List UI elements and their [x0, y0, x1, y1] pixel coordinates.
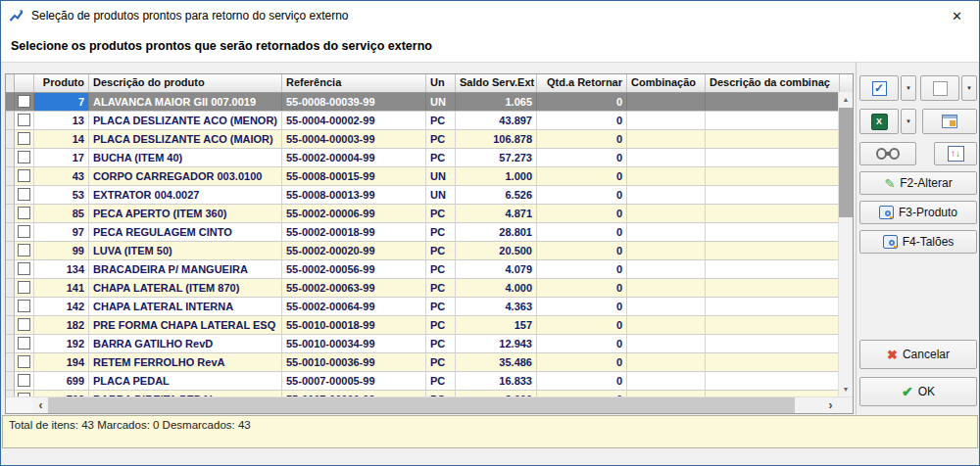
table-row[interactable]: 53EXTRATOR 004.002755-0008-00013-99UN6.5…: [6, 186, 853, 205]
scroll-down-button[interactable]: ▼: [839, 382, 853, 396]
cell-qtd: 0: [537, 149, 627, 166]
scroll-left-icon: ‹: [39, 398, 43, 412]
row-checkbox[interactable]: [18, 355, 30, 368]
scroll-left-button[interactable]: ‹: [33, 397, 48, 413]
column-header[interactable]: Produto: [34, 74, 89, 92]
ok-icon: ✔: [902, 385, 913, 398]
horizontal-scrollbar[interactable]: ‹ ›: [6, 396, 853, 413]
cell-descricao: CHAPA LATERAL INTERNA: [89, 298, 282, 315]
table-row[interactable]: 699PLACA PEDAL55-0007-00005-99PC16.8330: [6, 372, 853, 391]
hscroll-spacer: [6, 397, 33, 413]
table-row[interactable]: 134BRACADEIRA P/ MANGUEIRA55-0002-00056-…: [6, 260, 853, 279]
table-row[interactable]: 194RETEM FERROLHO RevA55-0010-00036-99PC…: [6, 353, 853, 372]
cell-descricao: EXTRATOR 004.0027: [89, 186, 282, 204]
cell-combinacao: [627, 93, 706, 111]
row-checkbox[interactable]: [18, 337, 30, 350]
cell-produto: 53: [34, 186, 89, 204]
table-row[interactable]: 14PLACA DESLIZANTE ACO (MAIOR)55-0004-00…: [6, 130, 853, 149]
cell-descricao_combinacao: [706, 186, 840, 204]
column-header[interactable]: Combinação: [627, 74, 706, 92]
cell-descricao: LUVA (ITEM 50): [89, 242, 282, 259]
search-button[interactable]: [859, 142, 916, 165]
pencil-icon: ✎: [884, 177, 895, 190]
ok-button[interactable]: ✔ OK: [859, 377, 977, 406]
row-checkbox[interactable]: [18, 318, 30, 331]
cell-produto: 99: [34, 242, 89, 259]
row-checkbox[interactable]: [18, 225, 30, 238]
row-checkbox[interactable]: [18, 188, 30, 201]
cell-saldo: 106.878: [456, 130, 537, 148]
uncheck-all-dropdown[interactable]: ▼: [961, 75, 977, 101]
cell-qtd: 0: [537, 223, 627, 241]
table-row[interactable]: 142CHAPA LATERAL INTERNA55-0002-00064-99…: [6, 298, 853, 316]
scroll-right-button[interactable]: ›: [823, 397, 838, 413]
column-header[interactable]: Descrição do produto: [89, 74, 282, 92]
row-checkbox[interactable]: [18, 300, 30, 312]
table-row[interactable]: 17BUCHA (ITEM 40)55-0002-00004-99PC57.27…: [6, 149, 853, 167]
column-header[interactable]: Referência: [282, 74, 426, 92]
check-all-button[interactable]: ✓: [859, 75, 899, 101]
cancel-button[interactable]: ✖ Cancelar: [859, 340, 977, 369]
table-row[interactable]: 7ALAVANCA MAIOR GII 007.001955-0008-0003…: [6, 93, 853, 112]
table-row[interactable]: 192BARRA GATILHO RevD55-0010-00034-99PC1…: [6, 335, 853, 353]
scroll-up-button[interactable]: ▲: [839, 92, 853, 107]
row-checkbox[interactable]: [18, 169, 30, 182]
cell-referencia: 55-0010-00036-99: [282, 353, 426, 371]
column-header[interactable]: Descrição da combinaç: [706, 74, 840, 92]
sort-button[interactable]: ↑↓: [934, 142, 977, 165]
hscroll-track[interactable]: [795, 397, 823, 413]
vertical-scrollbar[interactable]: ▲ ▼: [838, 92, 853, 396]
table-row[interactable]: 85PECA APERTO (ITEM 360)55-0002-00006-99…: [6, 205, 853, 223]
cell-indicator: [6, 279, 15, 297]
dropdown-icon: ▼: [966, 85, 972, 91]
row-checkbox[interactable]: [18, 151, 30, 163]
f3-produto-button[interactable]: F3-Produto: [859, 201, 977, 224]
f4-taloes-button[interactable]: F4-Talões: [859, 230, 977, 254]
row-checkbox[interactable]: [18, 132, 30, 145]
table-row[interactable]: 182PRE FORMA CHAPA LATERAL ESQ55-0010-00…: [6, 316, 853, 335]
cell-descricao_combinacao: [706, 279, 840, 297]
check-all-dropdown[interactable]: ▼: [901, 75, 916, 101]
row-checkbox[interactable]: [18, 281, 30, 294]
column-header[interactable]: [6, 74, 15, 92]
cell-saldo: 4.000: [456, 279, 537, 297]
row-checkbox[interactable]: [18, 262, 30, 275]
table-row[interactable]: 99LUVA (ITEM 50)55-0002-00020-99PC20.500…: [6, 242, 853, 260]
column-select-button[interactable]: [922, 109, 977, 134]
cell-combinacao: [627, 298, 706, 315]
column-header[interactable]: Un: [426, 74, 456, 92]
row-checkbox[interactable]: [18, 374, 30, 387]
horizontal-scroll-thumb[interactable]: [48, 397, 795, 413]
panel-divider: [856, 62, 857, 414]
column-header[interactable]: Qtd.a Retornar: [537, 74, 627, 92]
window-title: Seleção de produtos prontos para retorno…: [31, 9, 349, 23]
row-checkbox[interactable]: [18, 207, 30, 219]
export-excel-button[interactable]: X: [859, 109, 899, 134]
cell-combinacao: [627, 279, 706, 297]
row-checkbox[interactable]: [18, 244, 30, 256]
column-header[interactable]: Saldo Serv.Ext: [456, 74, 537, 92]
cell-qtd: 0: [537, 335, 627, 352]
cell-descricao_combinacao: [706, 298, 840, 315]
table-row[interactable]: 97PECA REGULAGEM CINTO55-0002-00018-99PC…: [6, 223, 853, 242]
scroll-up-icon: ▲: [843, 96, 850, 103]
cell-checkbox: [15, 205, 34, 222]
table-row[interactable]: 141CHAPA LATERAL (ITEM 870)55-0002-00063…: [6, 279, 853, 298]
f2-alterar-button[interactable]: ✎ F2-Alterar: [859, 171, 977, 195]
export-excel-dropdown[interactable]: ▼: [901, 109, 916, 134]
table-row[interactable]: 43CORPO CARREGADOR 003.010055-0008-00015…: [6, 167, 853, 186]
cell-combinacao: [627, 167, 706, 185]
dropdown-icon: ▼: [906, 85, 911, 91]
sort-icon: ↑↓: [948, 146, 964, 162]
row-checkbox[interactable]: [18, 114, 30, 126]
cell-referencia: 55-0008-00013-99: [282, 186, 426, 204]
cell-un: PC: [426, 298, 456, 315]
close-button[interactable]: ✕: [935, 1, 979, 30]
row-checkbox[interactable]: [18, 95, 30, 108]
checked-checkbox-icon: ✓: [872, 81, 887, 96]
uncheck-all-button[interactable]: [920, 75, 959, 101]
vertical-scroll-thumb[interactable]: [839, 108, 853, 217]
table-row[interactable]: 13PLACA DESLIZANTE ACO (MENOR)55-0004-00…: [6, 112, 853, 130]
column-header[interactable]: [15, 74, 34, 92]
cell-referencia: 55-0002-00063-99: [282, 279, 426, 297]
